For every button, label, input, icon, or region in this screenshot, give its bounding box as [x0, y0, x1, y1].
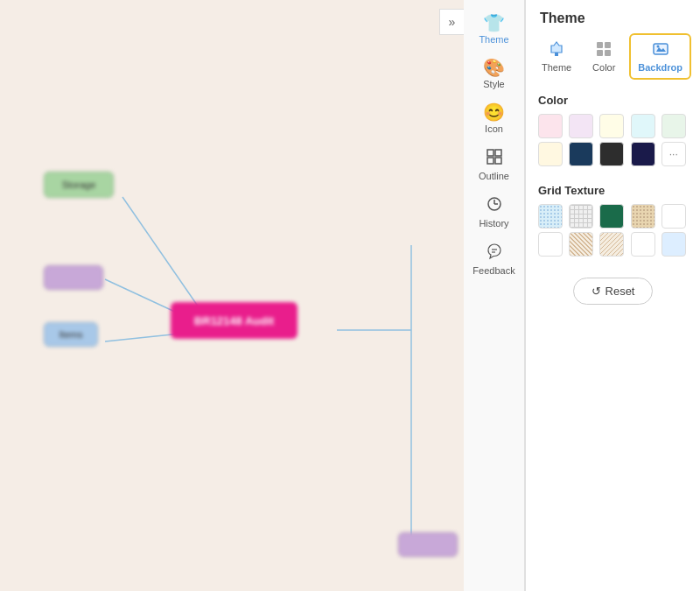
canvas: Storage Items BR12148 Audit » — [0, 0, 464, 591]
texture-diagonal2[interactable] — [599, 232, 624, 257]
texture-diagonal[interactable] — [569, 232, 593, 257]
left-sidebar: 👕 Theme 🎨 Style 😊 Icon Outline His — [464, 0, 525, 591]
color-section-title: Color — [538, 94, 688, 107]
chevron-right-icon: » — [449, 15, 456, 29]
node-bottom-right — [398, 532, 458, 557]
svg-rect-16 — [597, 42, 603, 48]
texture-blank-white[interactable] — [538, 232, 563, 257]
sidebar-icon-label: Icon — [485, 123, 503, 134]
reset-icon: ↺ — [592, 285, 601, 298]
color-swatch-darknavy[interactable] — [631, 142, 655, 166]
svg-rect-6 — [487, 150, 494, 156]
sidebar-feedback-label: Feedback — [472, 265, 514, 276]
collapse-button[interactable]: » — [439, 9, 464, 35]
sidebar-item-theme[interactable]: 👕 Theme — [464, 7, 524, 52]
texture-grid-light[interactable] — [569, 204, 593, 229]
tab-theme-label: Theme — [542, 62, 571, 73]
color-swatch-cyan[interactable] — [631, 114, 655, 138]
svg-rect-7 — [495, 150, 501, 156]
sidebar-history-label: History — [479, 218, 508, 229]
outline-icon — [486, 148, 503, 168]
color-swatch-mint[interactable] — [662, 114, 686, 138]
history-icon — [486, 195, 503, 215]
color-swatch-more[interactable]: ··· — [662, 142, 686, 166]
sidebar-item-style[interactable]: 🎨 Style — [464, 52, 524, 96]
tab-theme-icon — [548, 40, 565, 60]
mindmap-connections — [0, 0, 464, 591]
texture-row2 — [538, 232, 688, 257]
tab-color-icon — [595, 40, 612, 60]
color-swatch-yellow[interactable] — [599, 114, 624, 138]
texture-white[interactable] — [662, 204, 686, 229]
sidebar-item-feedback[interactable]: Feedback — [464, 236, 524, 283]
svg-rect-19 — [605, 50, 611, 56]
sidebar-item-icon[interactable]: 😊 Icon — [464, 96, 524, 141]
node-storage: Storage — [44, 172, 114, 198]
tab-theme[interactable]: Theme — [535, 35, 578, 78]
texture-tan[interactable] — [631, 204, 655, 229]
tab-color[interactable]: Color — [582, 35, 626, 78]
texture-solid-green[interactable] — [599, 204, 624, 229]
tab-backdrop-label: Backdrop — [638, 62, 682, 73]
svg-rect-17 — [605, 42, 611, 48]
panel-title: Theme — [526, 0, 700, 33]
color-swatch-darkgray[interactable] — [599, 142, 624, 166]
color-section: Color ··· — [526, 87, 700, 177]
icon-icon: 😊 — [483, 103, 505, 121]
theme-icon: 👕 — [483, 14, 505, 32]
node-center: BR12148 Audit — [171, 302, 298, 339]
tab-backdrop[interactable]: Backdrop — [629, 33, 691, 80]
svg-rect-15 — [555, 53, 558, 56]
svg-rect-9 — [495, 158, 501, 164]
sidebar-item-history[interactable]: History — [464, 188, 524, 236]
svg-rect-8 — [487, 158, 494, 164]
color-swatches-row2: ··· — [538, 142, 688, 166]
sidebar-item-outline[interactable]: Outline — [464, 141, 524, 188]
reset-label: Reset — [606, 285, 635, 298]
texture-light-blue[interactable] — [662, 232, 686, 257]
tab-backdrop-icon — [652, 40, 669, 60]
sidebar-style-label: Style — [483, 79, 504, 89]
right-panel: Theme Theme Color — [525, 0, 700, 591]
svg-point-21 — [656, 46, 659, 48]
color-swatches-row1 — [538, 114, 688, 138]
node-items: Items — [44, 322, 98, 347]
color-swatch-darkblue[interactable] — [569, 142, 593, 166]
feedback-icon — [486, 243, 503, 263]
sidebar-theme-label: Theme — [479, 34, 508, 45]
node-unknown1 — [44, 265, 103, 290]
color-swatch-cream[interactable] — [538, 142, 563, 166]
reset-button[interactable]: ↺ Reset — [573, 278, 654, 305]
sidebar-outline-label: Outline — [479, 171, 509, 181]
color-swatch-lavender[interactable] — [569, 114, 593, 138]
grid-texture-title: Grid Texture — [538, 184, 688, 197]
style-icon: 🎨 — [483, 59, 505, 76]
svg-rect-18 — [597, 50, 603, 56]
grid-texture-section: Grid Texture — [526, 177, 700, 267]
texture-white2[interactable] — [631, 232, 655, 257]
texture-dots[interactable] — [538, 204, 563, 229]
color-swatch-pink[interactable] — [538, 114, 563, 138]
texture-row1 — [538, 204, 688, 229]
panel-tabs: Theme Color Bac — [526, 33, 700, 87]
tab-color-label: Color — [592, 62, 615, 73]
